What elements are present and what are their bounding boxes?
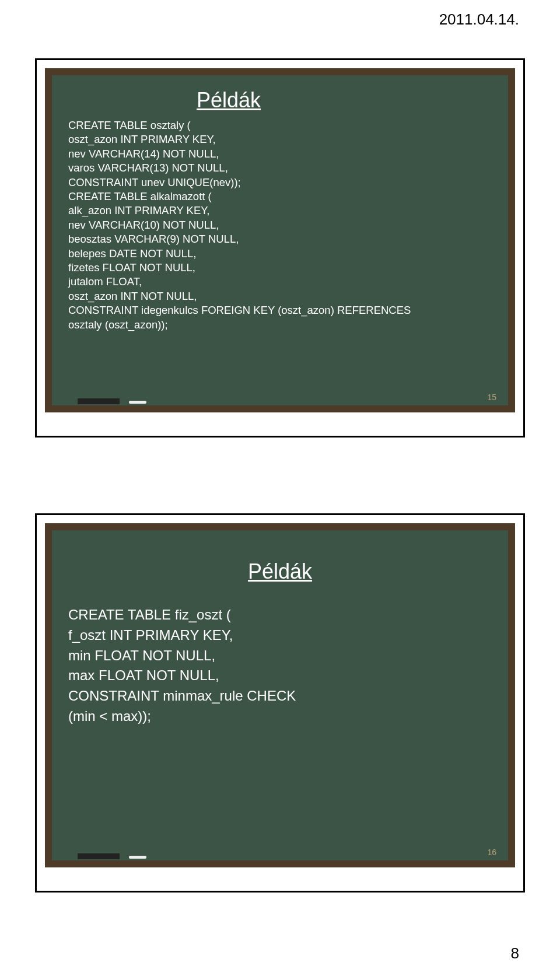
code-block-1: CREATE TABLE osztaly ( oszt_azon INT PRI… (68, 118, 492, 332)
eraser-icon (78, 398, 120, 404)
code-line: CONSTRAINT minmax_rule CHECK (68, 686, 492, 706)
code-line: CONSTRAINT unev UNIQUE(nev)); (68, 176, 492, 190)
board-inner-2: Példák CREATE TABLE fiz_oszt ( f_oszt IN… (52, 530, 508, 860)
code-line: belepes DATE NOT NULL, (68, 247, 492, 261)
code-line: CREATE TABLE fiz_oszt ( (68, 605, 492, 625)
code-line: max FLOAT NOT NULL, (68, 666, 492, 686)
code-line: oszt_azon INT PRIMARY KEY, (68, 132, 492, 146)
code-line: (min < max)); (68, 706, 492, 727)
code-line: varos VARCHAR(13) NOT NULL, (68, 161, 492, 175)
page-number: 8 (511, 944, 519, 963)
code-line: oszt_azon INT NOT NULL, (68, 289, 492, 303)
chalk-icon (129, 401, 146, 404)
code-line: CREATE TABLE alkalmazott ( (68, 190, 492, 204)
code-line: fizetes FLOAT NOT NULL, (68, 261, 492, 275)
code-line: f_oszt INT PRIMARY KEY, (68, 625, 492, 646)
chalkboard-1: Példák CREATE TABLE osztaly ( oszt_azon … (45, 68, 515, 412)
code-line: min FLOAT NOT NULL, (68, 646, 492, 666)
code-line: nev VARCHAR(14) NOT NULL, (68, 147, 492, 161)
code-line: alk_azon INT PRIMARY KEY, (68, 204, 492, 218)
code-line: CREATE TABLE osztaly ( (68, 118, 492, 132)
code-line: nev VARCHAR(10) NOT NULL, (68, 218, 492, 232)
chalkboard-2: Példák CREATE TABLE fiz_oszt ( f_oszt IN… (45, 523, 515, 867)
slide-1-number: 15 (487, 393, 496, 402)
slide-2-number: 16 (487, 848, 496, 857)
code-line: jutalom FLOAT, (68, 275, 492, 289)
board-inner-1: Példák CREATE TABLE osztaly ( oszt_azon … (52, 75, 508, 405)
chalk-icon (129, 856, 146, 859)
slide-2: Példák CREATE TABLE fiz_oszt ( f_oszt IN… (35, 513, 525, 892)
code-line: osztaly (oszt_azon)); (68, 318, 492, 332)
eraser-icon (78, 853, 120, 859)
code-block-2: CREATE TABLE fiz_oszt ( f_oszt INT PRIMA… (68, 605, 492, 727)
date-header: 2011.04.14. (439, 10, 519, 29)
slide-1: Példák CREATE TABLE osztaly ( oszt_azon … (35, 58, 525, 438)
code-line: beosztas VARCHAR(9) NOT NULL, (68, 232, 492, 246)
slide-1-title: Példák (197, 88, 492, 113)
code-line: CONSTRAINT idegenkulcs FOREIGN KEY (oszt… (68, 303, 492, 317)
slide-2-title: Példák (68, 559, 492, 584)
